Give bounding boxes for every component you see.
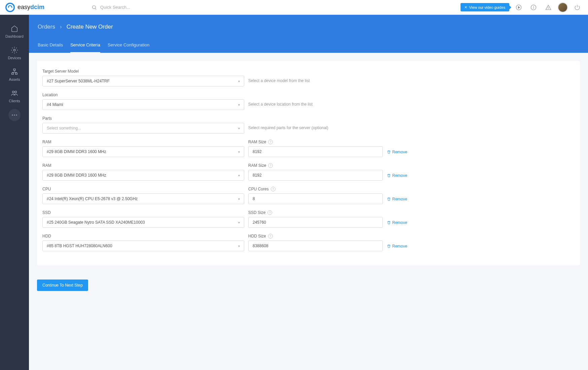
sidebar-item-label: Clients <box>9 99 20 103</box>
sidebar-item-assets[interactable]: Assets <box>0 64 29 85</box>
part-size-input[interactable] <box>248 240 383 251</box>
play-icon[interactable] <box>513 2 524 13</box>
breadcrumb: Orders › Create New Order <box>38 24 579 30</box>
part-select[interactable]: #24 Intel(R) Xeon(R) CPU E5-2678 v3 @ 2.… <box>42 193 244 204</box>
tab-service-criteria[interactable]: Service Criteria <box>70 39 100 53</box>
sidebar-item-label: Dashboard <box>5 34 24 38</box>
svg-rect-13 <box>15 73 17 75</box>
part-size-input[interactable] <box>248 217 383 228</box>
sidebar-item-devices[interactable]: Devices <box>0 42 29 64</box>
part-type-label: CPU <box>42 187 244 191</box>
power-icon[interactable] <box>572 2 583 13</box>
sidebar-item-clients[interactable]: Clients <box>0 85 29 107</box>
part-type-label: RAM <box>42 140 244 144</box>
top-header: easydcim × View our video guides <box>0 0 588 15</box>
main: Orders › Create New Order Basic Details … <box>29 15 588 297</box>
header-right: × View our video guides <box>461 2 583 13</box>
content: Target Server Model #27 SuperServer 5038… <box>29 53 588 273</box>
field-label: Location <box>42 92 575 97</box>
select-value: #29 8GB DIMM DDR3 1600 MHz <box>47 173 106 178</box>
part-size-label: RAM Size ? <box>248 163 383 168</box>
chevron-down-icon: ▾ <box>238 221 240 224</box>
search-input[interactable] <box>100 5 201 10</box>
part-select[interactable]: #29 8GB DIMM DDR3 1600 MHz ▾ <box>42 146 244 157</box>
tab-service-configuration[interactable]: Service Configuration <box>108 39 149 53</box>
tab-basic-details[interactable]: Basic Details <box>38 39 63 53</box>
page-header: Orders › Create New Order Basic Details … <box>29 15 588 53</box>
chevron-down-icon: ▾ <box>238 103 240 107</box>
remove-label: Remove <box>392 220 407 225</box>
svg-point-1 <box>93 5 96 8</box>
footer-bar: Continue To Next Step <box>29 273 588 297</box>
part-size-label: RAM Size ? <box>248 140 383 144</box>
select-value: #29 8GB DIMM DDR3 1600 MHz <box>47 149 106 154</box>
part-size-label: HDD Size ? <box>248 234 383 238</box>
svg-point-0 <box>6 3 14 11</box>
chevron-down-icon: ▾ <box>238 244 240 248</box>
continue-button[interactable]: Continue To Next Step <box>37 280 88 291</box>
sidebar: Dashboard Devices Assets Clients <box>0 15 29 297</box>
trash-icon <box>387 221 391 225</box>
part-row: SSD #25 240GB Seagate Nytro SATA SSD XA2… <box>42 210 575 228</box>
chevron-down-icon: ▾ <box>238 150 240 154</box>
remove-button[interactable]: Remove <box>387 220 407 225</box>
svg-line-2 <box>95 8 96 9</box>
logo-icon <box>5 3 15 12</box>
alert-icon[interactable] <box>543 2 554 13</box>
trash-icon <box>387 174 391 178</box>
sidebar-item-label: Assets <box>9 77 20 81</box>
part-select[interactable]: #85 8TB HGST HUH728080ALN600 ▾ <box>42 240 244 251</box>
tabs: Basic Details Service Criteria Service C… <box>38 39 579 53</box>
part-select[interactable]: #29 8GB DIMM DDR3 1600 MHz ▾ <box>42 170 244 181</box>
remove-button[interactable]: Remove <box>387 244 407 249</box>
panel: Target Server Model #27 SuperServer 5038… <box>37 61 580 265</box>
avatar[interactable] <box>558 2 568 12</box>
users-icon <box>11 89 18 97</box>
help-icon[interactable]: ? <box>271 187 275 191</box>
remove-button[interactable]: Remove <box>387 197 407 201</box>
field-hint: Select a device model from the list <box>248 76 310 83</box>
select-value: #85 8TB HGST HUH728080ALN600 <box>47 244 112 248</box>
part-size-input[interactable] <box>248 146 383 157</box>
field-target-model: Target Server Model #27 SuperServer 5038… <box>42 69 575 86</box>
sidebar-item-dashboard[interactable]: Dashboard <box>0 21 29 42</box>
remove-button[interactable]: Remove <box>387 150 407 154</box>
sidebar-item-label: Devices <box>8 56 21 60</box>
field-parts: Parts Select something... ▾ Select requi… <box>42 116 575 134</box>
field-label: Target Server Model <box>42 69 575 74</box>
help-icon[interactable]: ? <box>268 163 273 168</box>
sidebar-more-button[interactable] <box>8 109 21 121</box>
location-select[interactable]: #4 Miami ▾ <box>42 99 244 110</box>
part-size-input[interactable] <box>248 193 383 204</box>
trash-icon <box>387 197 391 201</box>
svg-point-15 <box>15 91 16 93</box>
svg-point-8 <box>548 8 549 9</box>
field-hint: Select required parts for the server (op… <box>248 123 328 130</box>
trash-icon <box>387 150 391 154</box>
logo-text: easydcim <box>17 4 44 11</box>
remove-button[interactable]: Remove <box>387 173 407 178</box>
home-icon <box>11 25 18 32</box>
video-guides-button[interactable]: × View our video guides <box>461 3 509 11</box>
info-icon[interactable] <box>528 2 539 13</box>
part-size-input[interactable] <box>248 170 383 181</box>
remove-label: Remove <box>392 173 407 178</box>
close-icon[interactable]: × <box>465 5 467 10</box>
breadcrumb-parent[interactable]: Orders <box>38 24 55 30</box>
part-row: RAM #29 8GB DIMM DDR3 1600 MHz ▾ RAM Siz… <box>42 140 575 157</box>
select-value: #25 240GB Seagate Nytro SATA SSD XA240ME… <box>47 220 145 225</box>
help-icon[interactable]: ? <box>268 140 273 144</box>
part-select[interactable]: #25 240GB Seagate Nytro SATA SSD XA240ME… <box>42 217 244 228</box>
field-location: Location #4 Miami ▾ Select a device loca… <box>42 92 575 110</box>
svg-point-17 <box>14 115 15 116</box>
logo[interactable]: easydcim <box>5 3 44 12</box>
search-wrap <box>91 5 461 10</box>
parts-select[interactable]: Select something... ▾ <box>42 123 244 134</box>
help-icon[interactable]: ? <box>268 234 273 238</box>
help-icon[interactable]: ? <box>267 210 272 215</box>
svg-point-14 <box>12 91 14 93</box>
svg-rect-11 <box>13 69 15 71</box>
svg-rect-12 <box>12 73 14 75</box>
select-placeholder: Select something... <box>47 126 81 131</box>
target-model-select[interactable]: #27 SuperServer 5038ML-H24TRF ▾ <box>42 76 244 86</box>
